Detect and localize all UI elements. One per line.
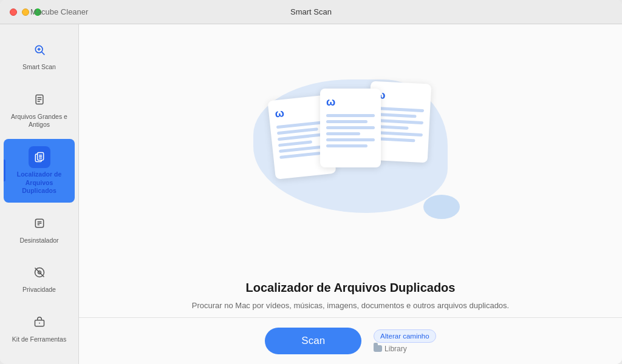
path-info: Alterar caminho Library bbox=[374, 329, 436, 353]
doc-line bbox=[375, 119, 423, 124]
doc-line bbox=[375, 113, 416, 118]
doc-line bbox=[326, 144, 367, 147]
doc-line bbox=[326, 126, 375, 129]
doc-line bbox=[326, 138, 375, 141]
sidebar-label-desinstalador: Desinstalador bbox=[19, 237, 58, 245]
doc-icon-1: ω bbox=[275, 103, 324, 120]
svg-line-1 bbox=[41, 52, 44, 55]
uninstall-icon bbox=[33, 217, 46, 229]
sidebar-label-kit-ferramentas: Kit de Ferramentas bbox=[12, 335, 66, 344]
sidebar-item-privacidade[interactable]: Privacidade bbox=[4, 254, 75, 302]
scan-icon bbox=[33, 44, 46, 56]
path-text: Library bbox=[384, 345, 407, 353]
content-area: ω ω bbox=[79, 24, 622, 364]
minimize-button[interactable] bbox=[22, 8, 29, 16]
sidebar-label-arquivos-grandes: Arquivos Grandes e Antigos bbox=[9, 113, 70, 129]
window-title: Smart Scan bbox=[290, 7, 332, 16]
doc-icon-2: ω bbox=[326, 96, 375, 109]
doc-line bbox=[278, 141, 312, 147]
feature-description: Procurar no Mac por vídeos, músicas, ima… bbox=[192, 300, 509, 312]
bottom-bar: Scan Alterar caminho Library bbox=[79, 317, 622, 364]
illustration-area: ω ω bbox=[79, 24, 622, 281]
sidebar-item-smart-scan[interactable]: Smart Scan bbox=[4, 32, 75, 79]
toolkit-icon bbox=[33, 316, 46, 328]
scan-icon-container bbox=[29, 39, 50, 61]
path-label: Library bbox=[374, 345, 407, 353]
doc-line bbox=[375, 107, 424, 112]
scan-button[interactable]: Scan bbox=[265, 328, 361, 354]
doc-line bbox=[326, 120, 367, 123]
duplicate-icon bbox=[33, 151, 46, 163]
document-cards: ω ω bbox=[235, 67, 466, 237]
doc-line bbox=[279, 152, 321, 159]
doc-line bbox=[278, 133, 326, 141]
main-window: Macube Cleaner Smart Scan Smart Scan bbox=[0, 0, 622, 364]
doc-card-2: ω bbox=[320, 89, 381, 167]
sidebar-item-kit-ferramentas[interactable]: Kit de Ferramentas bbox=[4, 304, 75, 351]
privacy-icon bbox=[33, 266, 46, 278]
titlebar: Macube Cleaner Smart Scan bbox=[0, 0, 622, 24]
main-content: Smart Scan Arquivos Grandes e Antigos bbox=[0, 24, 622, 364]
sidebar-item-desinstalador[interactable]: Desinstalador bbox=[4, 205, 75, 252]
uninstall-icon-container bbox=[29, 212, 50, 234]
doc-line bbox=[326, 114, 375, 117]
privacy-icon-container bbox=[29, 261, 50, 283]
description-area: Localizador de Arquivos Duplicados Procu… bbox=[168, 281, 533, 318]
file-large-icon-container bbox=[29, 89, 50, 110]
folder-icon bbox=[374, 345, 382, 352]
app-name: Macube Cleaner bbox=[30, 7, 88, 16]
sidebar: Smart Scan Arquivos Grandes e Antigos bbox=[0, 24, 79, 364]
file-large-icon bbox=[33, 93, 46, 106]
sidebar-label-smart-scan: Smart Scan bbox=[22, 63, 56, 72]
sidebar-label-localizador-duplicados: Localizador de Arquivos Duplicados bbox=[9, 170, 70, 195]
doc-line bbox=[326, 132, 360, 135]
sidebar-label-privacidade: Privacidade bbox=[22, 286, 56, 294]
alterar-caminho-button[interactable]: Alterar caminho bbox=[374, 329, 436, 343]
duplicate-icon-container bbox=[29, 146, 50, 168]
sidebar-item-arquivos-grandes[interactable]: Arquivos Grandes e Antigos bbox=[4, 81, 75, 136]
active-indicator bbox=[4, 160, 5, 181]
blob-container: ω ω bbox=[235, 67, 466, 237]
sidebar-item-localizador-duplicados[interactable]: Localizador de Arquivos Duplicados bbox=[4, 139, 75, 203]
close-button[interactable] bbox=[10, 8, 17, 16]
doc-line bbox=[374, 131, 423, 136]
toolkit-icon-container bbox=[29, 311, 50, 333]
doc-icon-3: ω bbox=[376, 89, 425, 104]
feature-title: Localizador de Arquivos Duplicados bbox=[192, 281, 509, 295]
